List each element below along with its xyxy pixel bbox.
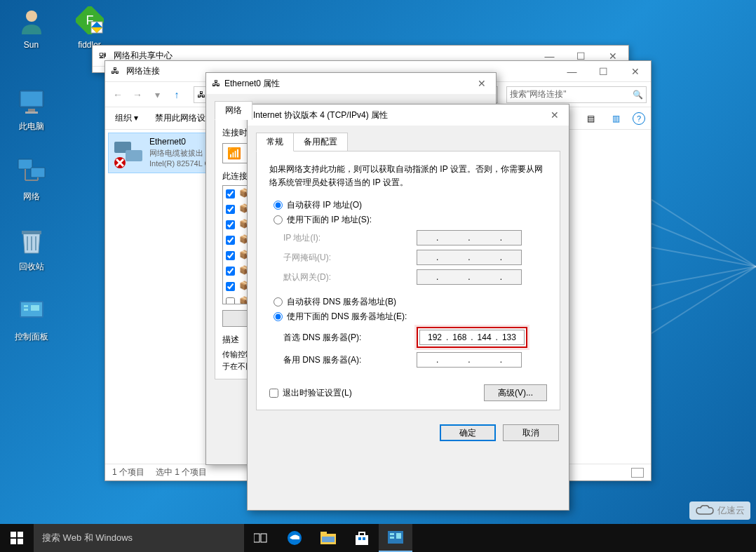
windows-logo-icon (11, 532, 23, 544)
view-mode-details-icon[interactable] (631, 468, 644, 478)
desktop-network[interactable]: 网络 (5, 154, 58, 203)
close-button[interactable]: ✕ (546, 107, 563, 123)
svg-rect-40 (396, 533, 401, 539)
desktop-user-sun[interactable]: Sun (5, 4, 58, 50)
cloud-icon (695, 504, 715, 517)
svg-rect-29 (261, 534, 266, 542)
tab-alternate[interactable]: 备用配置 (293, 133, 348, 152)
svg-rect-26 (126, 150, 142, 161)
label-subnet-mask: 子网掩码(U): (283, 252, 417, 264)
minimize-button[interactable]: — (556, 61, 588, 81)
help-icon[interactable]: ? (633, 112, 645, 125)
cancel-button[interactable]: 取消 (503, 424, 559, 441)
status-selected: 选中 1 个项目 (156, 466, 207, 478)
radio-auto-ip[interactable]: 自动获得 IP 地址(O) (274, 199, 547, 211)
svg-rect-34 (356, 535, 368, 545)
svg-rect-8 (18, 159, 32, 169)
nav-back[interactable]: ← (109, 86, 126, 103)
desktop-app-fiddler[interactable]: F fiddler (63, 4, 116, 50)
dialog-title: Ethernet0 属性 (224, 78, 473, 90)
svg-point-0 (26, 11, 37, 22)
nav-up[interactable]: ↑ (168, 86, 185, 103)
fiddler-icon: F (73, 4, 107, 37)
tab-general[interactable]: 常规 (256, 133, 294, 152)
search-input[interactable]: 搜索"网络连接" 🔍 (506, 86, 647, 103)
input-gateway: ... (417, 269, 522, 285)
store-icon[interactable] (345, 524, 379, 552)
pc-icon (15, 84, 48, 118)
tab-network[interactable]: 网络 (215, 101, 252, 120)
radio-manual-ip[interactable]: 使用下面的 IP 地址(S): (274, 214, 547, 226)
svg-rect-6 (28, 109, 35, 112)
label-ip: IP 地址(I): (283, 232, 417, 244)
svg-rect-33 (322, 537, 335, 542)
taskbar-search[interactable]: 搜索 Web 和 Windows (34, 524, 244, 552)
task-view-icon[interactable] (244, 524, 278, 552)
svg-rect-7 (25, 112, 38, 114)
svg-rect-28 (254, 534, 259, 542)
svg-rect-39 (390, 537, 394, 539)
ethernet-icon: 🖧 (212, 79, 220, 88)
label-gateway: 默认网关(D): (283, 271, 417, 283)
radio-manual-dns[interactable]: 使用下面的 DNS 服务器地址(E): (274, 311, 547, 323)
input-preferred-dns[interactable]: 192. 168. 144. 133 (419, 330, 525, 345)
adapter-disconnected-icon (112, 136, 145, 170)
nic-icon: 📶 (227, 147, 241, 160)
search-icon: 🔍 (633, 90, 643, 100)
user-icon (15, 4, 48, 37)
svg-rect-36 (363, 537, 365, 540)
status-item-count: 1 个项目 (112, 466, 144, 478)
view-details-icon[interactable]: ▥ (607, 110, 624, 127)
svg-rect-38 (390, 533, 394, 535)
radio-auto-dns[interactable]: 自动获得 DNS 服务器地址(B) (274, 296, 547, 308)
svg-rect-32 (320, 532, 327, 535)
control-panel-icon (15, 295, 48, 328)
label-alternate-dns: 备用 DNS 服务器(A): (283, 354, 417, 366)
svg-rect-17 (24, 309, 28, 311)
advanced-button[interactable]: 高级(V)... (484, 384, 547, 401)
close-button[interactable]: ✕ (619, 61, 651, 81)
netconn-icon: 🖧 (111, 66, 122, 77)
nav-forward[interactable]: → (129, 86, 146, 103)
network-icon (15, 154, 48, 188)
watermark: 亿速云 (689, 501, 750, 520)
input-alternate-dns[interactable]: ... (417, 352, 522, 368)
dialog-title: Internet 协议版本 4 (TCP/IPv4) 属性 (253, 109, 546, 121)
desktop-this-pc[interactable]: 此电脑 (5, 84, 58, 133)
start-button[interactable] (0, 524, 34, 552)
desktop-control-panel[interactable]: 控制面板 (5, 295, 58, 343)
input-subnet-mask: ... (417, 250, 522, 265)
recycle-icon (15, 224, 48, 258)
svg-rect-18 (31, 305, 39, 311)
svg-rect-5 (21, 92, 42, 106)
desktop-recycle-bin[interactable]: 回收站 (5, 224, 58, 273)
taskbar: 搜索 Web 和 Windows (0, 524, 756, 552)
nav-recent[interactable]: ▾ (149, 86, 166, 103)
label-preferred-dns: 首选 DNS 服务器(P): (283, 332, 417, 344)
checkbox-validate-on-exit[interactable]: 退出时验证设置(L) (269, 387, 352, 399)
svg-rect-16 (24, 305, 28, 307)
svg-rect-35 (358, 537, 361, 540)
svg-rect-9 (31, 168, 45, 177)
organize-menu[interactable]: 组织 ▾ (111, 111, 142, 126)
ok-button[interactable]: 确定 (440, 424, 496, 441)
edge-icon[interactable] (278, 524, 311, 552)
input-ip-address: ... (417, 230, 522, 245)
svg-rect-13 (22, 231, 41, 234)
view-thumb-icon[interactable]: ▤ (582, 110, 599, 127)
ipv4-description: 如果网络支持此功能，则可以获取自动指派的 IP 设置。否则，你需要从网络系统管理… (269, 163, 547, 189)
close-button[interactable]: ✕ (473, 75, 490, 92)
maximize-button[interactable]: ☐ (588, 61, 619, 81)
file-explorer-icon[interactable] (311, 524, 345, 552)
dialog-ipv4-properties: Internet 协议版本 4 (TCP/IPv4) 属性 ✕ 常规 备用配置 … (247, 104, 569, 511)
taskbar-app-control-panel[interactable] (379, 524, 412, 552)
